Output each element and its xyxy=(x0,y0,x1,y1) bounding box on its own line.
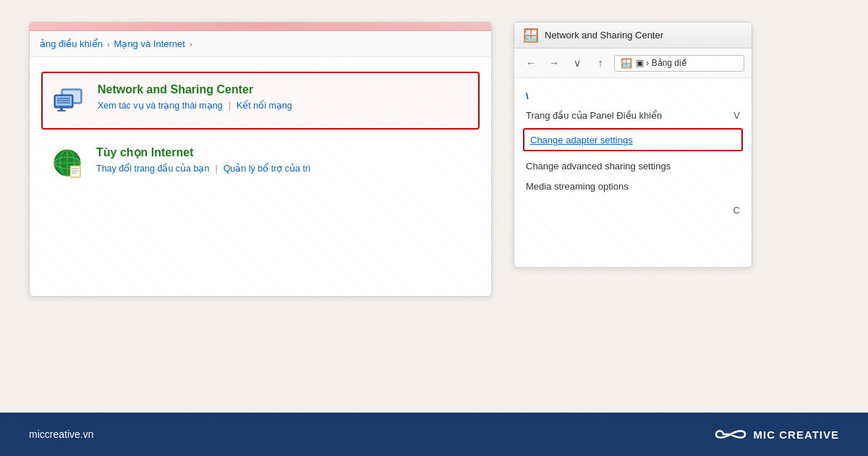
breadcrumb-sep-2: › xyxy=(190,40,192,48)
footer-website: miccreative.vn xyxy=(29,428,93,440)
sidebar-header: \ xyxy=(514,87,752,107)
internet-options-links: Thay đổi trang đầu của bạn | Quản lý bổ … xyxy=(96,163,471,174)
network-sharing-center-icon xyxy=(51,83,86,118)
back-button[interactable]: ← xyxy=(522,54,540,72)
right-panel-titlebar: 🪟 Network and Sharing Center xyxy=(514,22,752,48)
footer: miccreative.vn MIC CREATIVE xyxy=(0,413,868,456)
address-icon: 🪟 xyxy=(621,58,632,69)
address-bar[interactable]: 🪟 ▣ › Bảng diề xyxy=(614,55,744,72)
internet-options-icon xyxy=(50,145,85,180)
svg-rect-16 xyxy=(70,166,80,177)
right-panel: 🪟 Network and Sharing Center ← → ∨ ↑ 🪟 ▣… xyxy=(514,22,752,268)
decorative-bar xyxy=(30,22,491,31)
main-content: ảng điều khiển › Mạng và Internet › xyxy=(0,0,868,413)
extra-row: C xyxy=(514,196,752,224)
internet-options-title[interactable]: Tùy chọn Internet xyxy=(96,145,471,159)
link-separator-2: | xyxy=(215,164,217,174)
right-panel-toolbar: ← → ∨ ↑ 🪟 ▣ › Bảng diề xyxy=(514,48,752,78)
network-sharing-center-links: Xem tác vụ và trạng thái mạng | Kết nối … xyxy=(98,100,469,111)
change-advanced-row[interactable]: Change advanced sharing settings xyxy=(514,156,752,176)
media-streaming-text: Media streaming options xyxy=(526,181,629,192)
right-panel-content: \ Trang đầu của Panel Điều khiển V Chang… xyxy=(514,78,752,232)
internet-options-row[interactable]: Tùy chọn Internet Thay đổi trang đầu của… xyxy=(41,135,480,190)
svg-rect-10 xyxy=(57,110,66,111)
sidebar-letter: \ xyxy=(526,90,529,101)
breadcrumb-item-control-panel[interactable]: ảng điều khiển xyxy=(40,38,103,49)
manage-addons-link[interactable]: Quản lý bổ trợ của trì xyxy=(224,163,311,174)
change-adapter-row[interactable]: Change adapter settings xyxy=(523,128,743,151)
change-advanced-text: Change advanced sharing settings xyxy=(526,161,671,172)
forward-button[interactable]: → xyxy=(545,54,563,72)
right-panel-title: Network and Sharing Center xyxy=(545,30,663,41)
internet-options-text: Tùy chọn Internet Thay đổi trang đầu của… xyxy=(96,145,471,174)
svg-rect-9 xyxy=(60,108,63,110)
titlebar-windows-icon: 🪟 xyxy=(523,28,539,43)
extra-label: C xyxy=(733,205,740,216)
dropdown-button[interactable]: ∨ xyxy=(568,54,587,72)
left-panel: ảng điều khiển › Mạng và Internet › xyxy=(29,22,492,297)
change-homepage-link[interactable]: Thay đổi trang đầu của bạn xyxy=(96,163,209,174)
up-button[interactable]: ↑ xyxy=(591,54,610,72)
mic-logo: MIC CREATIVE xyxy=(715,426,839,443)
network-sharing-center-row[interactable]: Network and Sharing Center Xem tác vụ và… xyxy=(41,72,480,130)
home-link-text: Trang đầu của Panel Điều khiển xyxy=(526,110,662,121)
link-separator-1: | xyxy=(229,101,231,111)
change-adapter-link[interactable]: Change adapter settings xyxy=(530,135,633,145)
home-link-side: V xyxy=(733,110,740,121)
network-sharing-center-text: Network and Sharing Center Xem tác vụ và… xyxy=(98,83,469,111)
view-status-link[interactable]: Xem tác vụ và trạng thái mạng xyxy=(98,100,223,111)
mic-logo-icon xyxy=(715,426,746,443)
home-link-row[interactable]: Trang đầu của Panel Điều khiển V xyxy=(514,107,752,124)
network-sharing-center-title[interactable]: Network and Sharing Center xyxy=(98,83,469,96)
connect-network-link[interactable]: Kết nối mạng xyxy=(237,100,292,111)
address-text: ▣ › Bảng diề xyxy=(636,58,686,68)
footer-brand: MIC CREATIVE xyxy=(754,428,839,441)
items-list: Network and Sharing Center Xem tác vụ và… xyxy=(30,57,491,211)
breadcrumb-item-network[interactable]: Mạng và Internet xyxy=(114,38,185,49)
breadcrumb-sep-1: › xyxy=(107,40,110,48)
breadcrumb: ảng điều khiển › Mạng và Internet › xyxy=(30,31,491,57)
media-streaming-row[interactable]: Media streaming options xyxy=(514,176,752,196)
